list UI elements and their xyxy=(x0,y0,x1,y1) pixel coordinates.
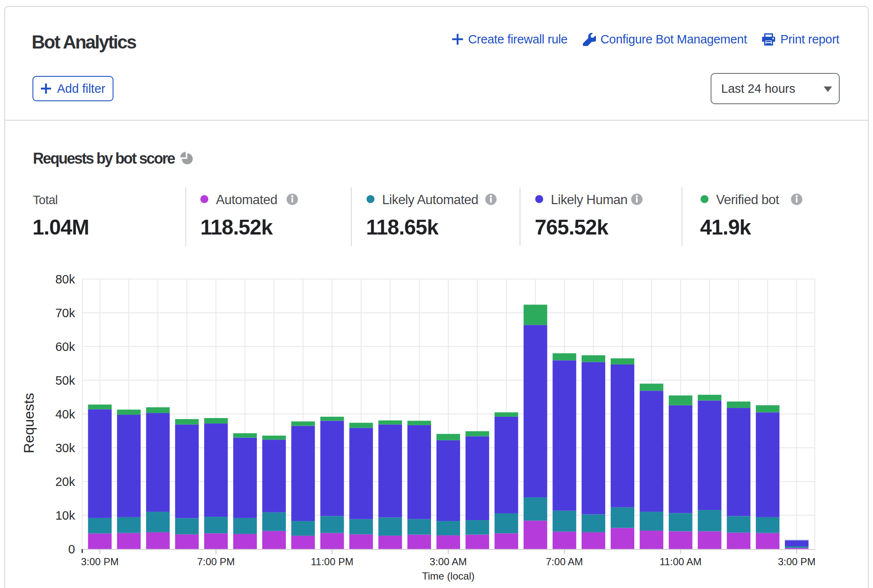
svg-text:0: 0 xyxy=(68,542,75,556)
svg-text:1.04M: 1.04M xyxy=(32,216,89,239)
svg-text:7:00 PM: 7:00 PM xyxy=(197,556,234,567)
svg-text:765.52k: 765.52k xyxy=(535,216,609,239)
svg-text:118.52k: 118.52k xyxy=(200,216,273,239)
svg-text:Likely Human: Likely Human xyxy=(551,192,628,207)
svg-text:7:00 AM: 7:00 AM xyxy=(546,556,583,567)
svg-text:80k: 80k xyxy=(55,272,75,286)
svg-text:60k: 60k xyxy=(55,340,75,353)
svg-text:20k: 20k xyxy=(55,475,75,488)
svg-text:11:00 AM: 11:00 AM xyxy=(660,556,702,567)
svg-text:Total: Total xyxy=(33,193,58,207)
svg-text:Time (local): Time (local) xyxy=(422,570,474,582)
svg-text:Likely Automated: Likely Automated xyxy=(382,192,478,207)
svg-text:Requests: Requests xyxy=(21,393,37,453)
svg-text:40k: 40k xyxy=(55,407,75,421)
svg-text:70k: 70k xyxy=(55,306,75,320)
svg-text:3:00 PM: 3:00 PM xyxy=(81,556,119,567)
svg-text:3:00 AM: 3:00 AM xyxy=(430,556,467,567)
svg-text:10k: 10k xyxy=(55,509,75,522)
svg-text:30k: 30k xyxy=(55,441,75,455)
svg-text:11:00 PM: 11:00 PM xyxy=(311,556,353,567)
svg-text:3:00 PM: 3:00 PM xyxy=(778,556,815,567)
svg-text:Verified bot: Verified bot xyxy=(716,192,779,207)
svg-text:41.9k: 41.9k xyxy=(700,216,751,239)
svg-text:Automated: Automated xyxy=(216,192,277,207)
svg-text:50k: 50k xyxy=(55,374,75,387)
svg-text:118.65k: 118.65k xyxy=(366,216,439,239)
